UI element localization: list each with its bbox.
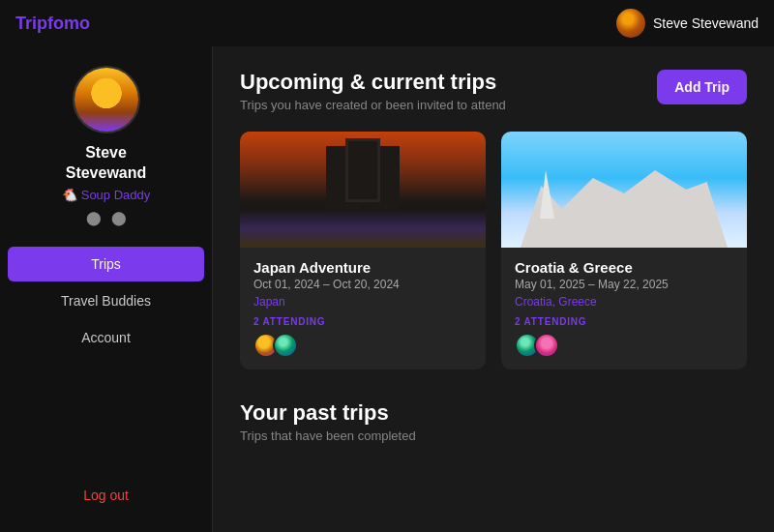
pinterest-icon: ⬤: [110, 210, 128, 227]
sidebar: Steve Stevewand 🐔 Soup Daddy ⬤ ⬤ Trips T…: [0, 46, 213, 532]
trip-name-croatia: Croatia & Greece: [515, 259, 733, 276]
attendees-croatia: [515, 333, 733, 358]
sidebar-nav: Trips Travel Buddies Account: [0, 247, 212, 355]
profile-name: Steve Stevewand: [66, 143, 147, 184]
main-layout: Steve Stevewand 🐔 Soup Daddy ⬤ ⬤ Trips T…: [0, 46, 774, 532]
trip-image-japan: [240, 132, 486, 248]
header-username: Steve Stevewand: [653, 15, 759, 31]
trip-card-croatia[interactable]: Croatia & Greece May 01, 2025 – May 22, …: [501, 132, 747, 369]
upcoming-subtitle: Trips you have created or been invited t…: [240, 98, 506, 112]
attendee-avatar-2: [273, 333, 298, 358]
upcoming-section-header: Upcoming & current trips Trips you have …: [240, 70, 747, 112]
trip-image-croatia: [501, 132, 747, 248]
trip-card-body-japan: Japan Adventure Oct 01, 2024 – Oct 20, 2…: [240, 248, 486, 369]
trips-grid: Japan Adventure Oct 01, 2024 – Oct 20, 2…: [240, 132, 747, 369]
trip-location-japan: Japan: [253, 295, 472, 309]
trip-card-japan[interactable]: Japan Adventure Oct 01, 2024 – Oct 20, 2…: [240, 132, 486, 369]
profile-social: ⬤ ⬤: [85, 210, 128, 227]
attendee-avatar-4: [534, 333, 559, 358]
attendees-japan: [253, 333, 472, 358]
logout-button[interactable]: Log out: [0, 478, 212, 513]
profile-section: Steve Stevewand 🐔 Soup Daddy ⬤ ⬤: [0, 66, 212, 247]
main-content: Upcoming & current trips Trips you have …: [213, 46, 774, 532]
attending-label-japan: 2 ATTENDING: [253, 316, 472, 327]
header-avatar: [616, 9, 645, 38]
header-user-menu[interactable]: Steve Stevewand: [616, 9, 759, 38]
trip-name-japan: Japan Adventure: [253, 259, 472, 276]
trip-dates-japan: Oct 01, 2024 – Oct 20, 2024: [253, 278, 472, 291]
upcoming-title: Upcoming & current trips: [240, 70, 506, 95]
logo: Tripfomo: [15, 14, 90, 34]
attending-label-croatia: 2 ATTENDING: [515, 316, 733, 327]
past-trips-section: Your past trips Trips that have been com…: [240, 400, 747, 443]
add-trip-button[interactable]: Add Trip: [657, 70, 747, 104]
sidebar-item-trips[interactable]: Trips: [8, 247, 204, 281]
past-trips-subtitle: Trips that have been completed: [240, 429, 747, 443]
avatar: [73, 66, 140, 133]
trip-card-body-croatia: Croatia & Greece May 01, 2025 – May 22, …: [501, 248, 747, 369]
top-header: Tripfomo Steve Stevewand: [0, 0, 774, 46]
instagram-icon: ⬤: [85, 210, 103, 227]
sidebar-item-travel-buddies[interactable]: Travel Buddies: [8, 283, 204, 318]
trip-dates-croatia: May 01, 2025 – May 22, 2025: [515, 278, 733, 291]
sidebar-item-account[interactable]: Account: [8, 320, 204, 355]
trip-location-croatia: Croatia, Greece: [515, 295, 733, 309]
profile-handle: 🐔 Soup Daddy: [62, 188, 151, 202]
past-trips-title: Your past trips: [240, 400, 747, 426]
